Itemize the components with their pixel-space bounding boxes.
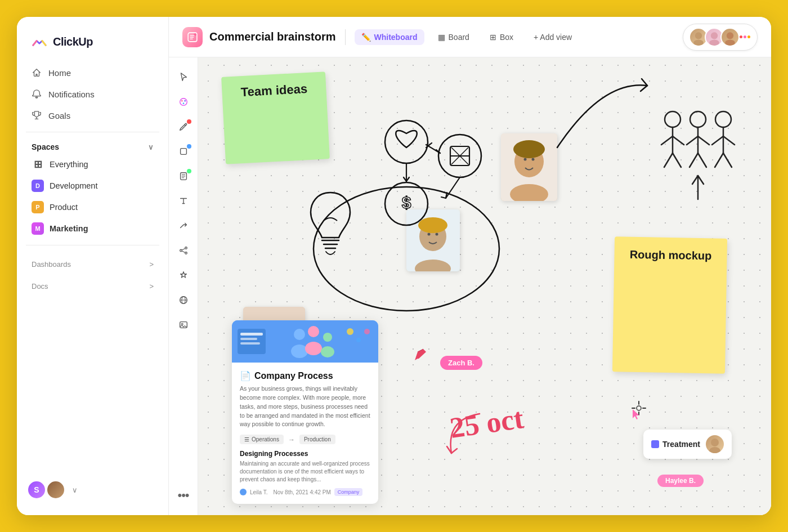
sticky-note-yellow[interactable]: Rough mockup <box>612 236 727 373</box>
doc-tag-1-icon: ☰ <box>244 436 249 442</box>
svg-point-73 <box>305 342 322 355</box>
svg-point-37 <box>418 217 447 233</box>
avatar-user1[interactable]: S <box>27 480 46 499</box>
bell-icon <box>32 89 42 99</box>
doc-icon: 📄 <box>240 370 251 381</box>
pencil-icon <box>412 346 429 363</box>
svg-point-57 <box>715 111 731 127</box>
share-tool-icon <box>178 245 189 256</box>
lightbulb-sketch <box>302 181 359 288</box>
svg-point-78 <box>364 329 370 334</box>
doc-subtitle: Designing Processes <box>240 450 370 458</box>
tool-text[interactable] <box>173 190 194 212</box>
topbar-divider <box>345 29 346 45</box>
svg-line-54 <box>698 136 709 145</box>
haylee-badge: Haylee B. <box>657 475 704 487</box>
sidebar-item-everything[interactable]: ⊞ Everything <box>24 154 162 175</box>
svg-point-71 <box>291 345 308 358</box>
document-card[interactable]: 📄 Company Process As your business grows… <box>232 320 378 504</box>
svg-line-50 <box>673 153 681 167</box>
development-label: Development <box>50 181 97 190</box>
sidebar: ClickUp Home Notifications Goals Spaces … <box>17 17 169 515</box>
whiteboard-area: ••• Team ideas Rough mockup <box>169 57 771 515</box>
svg-point-74 <box>323 333 332 342</box>
svg-point-16 <box>180 249 182 252</box>
tool-share[interactable] <box>173 240 194 261</box>
square-tool-icon <box>178 146 189 157</box>
svg-point-40 <box>438 135 481 177</box>
sidebar-divider <box>26 132 159 132</box>
tab-whiteboard[interactable]: ✏️ Whiteboard <box>355 29 424 45</box>
svg-point-4 <box>711 32 718 39</box>
doc-company-badge: Company <box>334 488 363 496</box>
tool-cursor[interactable] <box>173 66 194 88</box>
tool-connector[interactable] <box>173 215 194 236</box>
svg-rect-69 <box>240 342 260 345</box>
tab-box[interactable]: ⊞ Box <box>483 29 520 45</box>
development-icon: D <box>32 180 44 192</box>
svg-line-56 <box>698 153 706 167</box>
tool-more[interactable]: ••• <box>173 485 194 506</box>
tool-star[interactable] <box>173 265 194 286</box>
product-label: Product <box>50 203 78 212</box>
doc-subtext: Maintaining an accurate and well-organiz… <box>240 460 370 484</box>
square-dot <box>187 144 191 149</box>
tool-square[interactable] <box>173 141 194 162</box>
sidebar-item-development[interactable]: D Development <box>24 175 162 196</box>
marketing-label: Marketing <box>50 224 88 233</box>
note-tool-icon <box>178 171 189 181</box>
tab-board[interactable]: ▦ Board <box>431 29 476 45</box>
sidebar-item-product[interactable]: P Product <box>24 196 162 218</box>
sidebar-item-marketing[interactable]: M Marketing <box>24 218 162 239</box>
dashboards-chevron: > <box>149 260 154 269</box>
logo-text: ClickUp <box>53 35 93 48</box>
tool-palette[interactable] <box>173 91 194 113</box>
svg-point-80 <box>709 447 720 453</box>
box-tab-label: Box <box>500 33 513 42</box>
svg-point-79 <box>711 439 719 446</box>
svg-line-53 <box>687 136 698 145</box>
pen-dot <box>187 119 191 124</box>
sidebar-item-dashboards[interactable]: Dashboards > <box>17 253 168 273</box>
canvas: Team ideas Rough mockup <box>198 57 771 515</box>
sidebar-item-docs[interactable]: Docs > <box>17 275 168 295</box>
date-text: 25 oct <box>446 386 558 442</box>
svg-point-10 <box>184 100 186 102</box>
svg-line-48 <box>673 136 684 145</box>
sticky-yellow-text: Rough mockup <box>630 248 712 263</box>
user-menu-chevron[interactable]: ∨ <box>72 486 78 494</box>
tool-image[interactable] <box>173 314 194 336</box>
svg-line-55 <box>690 153 698 167</box>
product-icon: P <box>32 201 44 213</box>
svg-point-14 <box>185 247 187 249</box>
goals-label: Goals <box>48 111 70 120</box>
svg-point-81 <box>637 406 641 410</box>
svg-point-8 <box>180 99 187 106</box>
tool-note[interactable] <box>173 166 194 187</box>
svg-point-7 <box>725 39 735 46</box>
avatar-user2[interactable] <box>46 480 65 499</box>
clickup-logo-icon <box>30 33 48 51</box>
sticky-note-green[interactable]: Team ideas <box>221 71 330 164</box>
zach-label: Zach B. <box>448 359 474 367</box>
svg-line-61 <box>715 153 723 167</box>
image-tool-icon <box>178 320 189 330</box>
treatment-card: Treatment <box>643 430 732 459</box>
palette-tool-icon <box>178 97 189 107</box>
doc-header-illustration <box>232 320 378 363</box>
person-face-3 <box>406 209 460 271</box>
svg-point-76 <box>347 328 353 335</box>
sidebar-item-home[interactable]: Home <box>24 62 162 83</box>
sidebar-item-notifications[interactable]: Notifications <box>24 83 162 105</box>
sidebar-item-goals[interactable]: Goals <box>24 105 162 126</box>
connector-tool-icon <box>178 221 189 231</box>
tool-globe[interactable] <box>173 289 194 311</box>
board-tab-icon: ▦ <box>438 33 445 42</box>
svg-point-45 <box>665 111 680 127</box>
doc-tag-1-text: Operations <box>252 436 279 442</box>
svg-line-59 <box>712 136 723 145</box>
tool-pen[interactable] <box>173 116 194 137</box>
treatment-face <box>706 435 724 453</box>
spaces-chevron[interactable]: ∨ <box>148 143 154 151</box>
add-view-button[interactable]: + Add view <box>527 29 579 45</box>
